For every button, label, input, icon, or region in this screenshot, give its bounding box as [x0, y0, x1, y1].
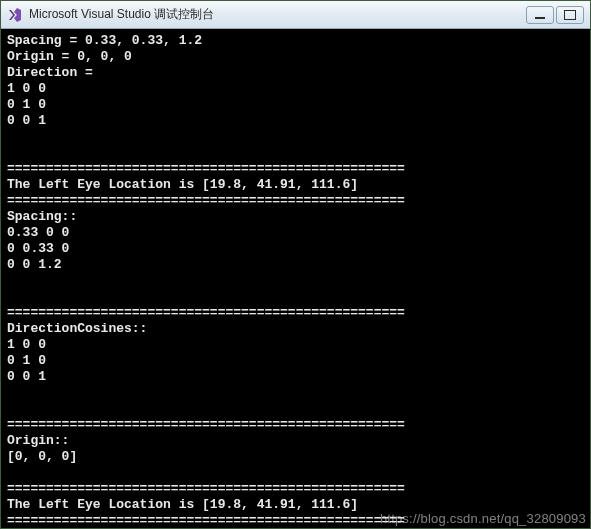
console-output[interactable]: Spacing = 0.33, 0.33, 1.2 Origin = 0, 0,…	[1, 29, 590, 528]
console-window: Microsoft Visual Studio 调试控制台 Spacing = …	[0, 0, 591, 529]
window-title: Microsoft Visual Studio 调试控制台	[29, 6, 214, 23]
svg-marker-0	[9, 10, 15, 20]
vs-icon	[7, 7, 23, 23]
maximize-button[interactable]	[556, 6, 584, 24]
window-buttons	[526, 6, 584, 24]
svg-marker-1	[14, 8, 21, 22]
minimize-button[interactable]	[526, 6, 554, 24]
titlebar[interactable]: Microsoft Visual Studio 调试控制台	[1, 1, 590, 29]
